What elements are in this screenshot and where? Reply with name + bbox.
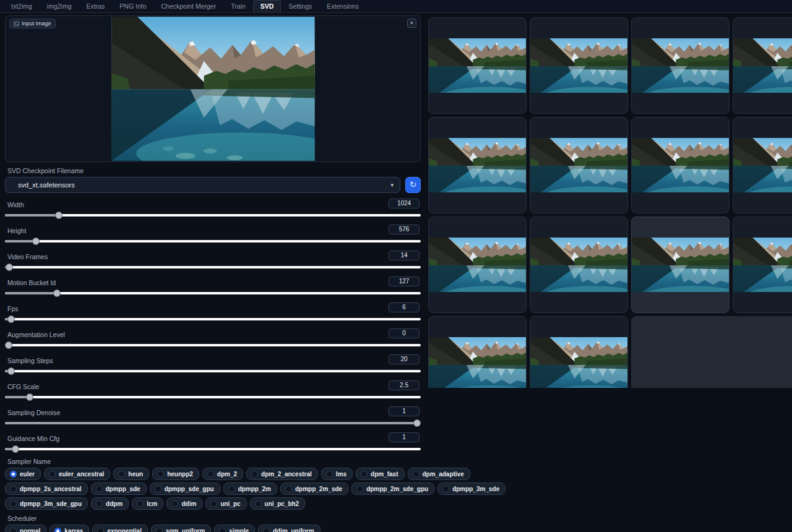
checkpoint-dropdown[interactable]: svd_xt.safetensors ▾	[5, 177, 400, 193]
tab-svd[interactable]: SVD	[253, 0, 282, 12]
slider-handle[interactable]	[6, 264, 13, 271]
slider-track[interactable]	[5, 445, 421, 453]
slider-label: Height	[7, 227, 26, 234]
slider-value-box[interactable]: 0	[389, 328, 420, 338]
slider-value-box[interactable]: 576	[389, 225, 420, 234]
option-heunpp2[interactable]: heunpp2	[152, 468, 199, 480]
slider-label: Fps	[7, 305, 19, 312]
option-karras[interactable]: karras	[50, 525, 89, 532]
gallery-frame-9[interactable]	[428, 217, 527, 313]
slider-handle[interactable]	[5, 341, 12, 349]
gallery-frame-4[interactable]	[733, 17, 792, 114]
option-dpmpp_sde_gpu[interactable]: dpmpp_sde_gpu	[150, 483, 220, 495]
slider-cfg-scale: CFG Scale2.5	[5, 380, 421, 401]
slider-value-box[interactable]: 1024	[389, 199, 420, 208]
refresh-checkpoints-button[interactable]: ↻	[405, 177, 421, 193]
option-dpmpp_sde[interactable]: dpmpp_sde	[91, 483, 147, 495]
option-dpmpp_3m_sde_gpu[interactable]: dpmpp_3m_sde_gpu	[5, 497, 88, 510]
slider-value-box[interactable]: 6	[389, 302, 420, 312]
option-dpmpp_2s_ancestral[interactable]: dpmpp_2s_ancestral	[5, 483, 88, 495]
radio-icon	[96, 486, 103, 492]
slider-handle[interactable]	[12, 445, 19, 453]
tab-png-info[interactable]: PNG Info	[112, 0, 153, 12]
frame-thumbnail	[530, 38, 627, 93]
gallery-frame-2[interactable]	[530, 17, 628, 114]
option-ddpm[interactable]: ddpm	[91, 497, 129, 510]
option-dpmpp_2m[interactable]: dpmpp_2m	[223, 483, 277, 495]
slider-value-box[interactable]: 14	[389, 251, 420, 260]
slider-value-box[interactable]: 20	[389, 354, 420, 364]
option-dpmpp_2m_sde_gpu[interactable]: dpmpp_2m_sde_gpu	[351, 483, 434, 495]
option-label: dpmpp_3m_sde	[452, 486, 499, 492]
option-dpmpp_2m_sde[interactable]: dpmpp_2m_sde	[280, 483, 348, 495]
slider-label: Augmentation Level	[7, 331, 65, 338]
option-sgm_uniform[interactable]: sgm_uniform	[151, 525, 211, 532]
option-ddim[interactable]: ddim	[166, 497, 202, 510]
input-image-panel[interactable]: Input Image ×	[5, 15, 421, 162]
slider-label: Width	[7, 201, 24, 208]
slider-track[interactable]	[5, 419, 421, 427]
tab-train[interactable]: Train	[223, 0, 253, 12]
option-exponential[interactable]: exponential	[92, 525, 148, 532]
option-lms[interactable]: lms	[321, 468, 353, 480]
slider-track[interactable]	[5, 393, 421, 401]
slider-handle[interactable]	[413, 419, 421, 427]
gallery-frame-14[interactable]	[530, 316, 628, 388]
slider-label: Motion Bucket Id	[7, 279, 56, 286]
option-ddim_uniform[interactable]: ddim_uniform	[258, 525, 321, 532]
option-normal[interactable]: normal	[5, 525, 46, 532]
gallery-frame-10[interactable]	[530, 217, 628, 313]
option-heun[interactable]: heun	[113, 468, 149, 480]
option-dpm_2[interactable]: dpm_2	[202, 468, 243, 480]
slider-value-box[interactable]: 127	[389, 277, 420, 286]
radio-icon	[207, 471, 214, 478]
option-euler_ancestral[interactable]: euler_ancestral	[44, 468, 110, 480]
option-dpm_fast[interactable]: dpm_fast	[356, 468, 404, 480]
slider-handle[interactable]	[26, 393, 33, 401]
gallery-frame-11[interactable]	[631, 217, 730, 313]
gallery-frame-6[interactable]	[530, 117, 628, 213]
option-dpm_2_ancestral[interactable]: dpm_2_ancestral	[246, 468, 318, 480]
option-dpmpp_3m_sde[interactable]: dpmpp_3m_sde	[437, 483, 506, 495]
slider-rail	[5, 214, 421, 217]
tab-extras[interactable]: Extras	[79, 0, 113, 12]
tab-txt2img[interactable]: txt2img	[4, 0, 40, 12]
slider-track[interactable]	[5, 264, 421, 271]
gallery-frame-13[interactable]	[428, 316, 527, 388]
gallery-frame-3[interactable]	[631, 17, 730, 114]
tab-extensions[interactable]: Extensions	[319, 0, 366, 12]
clear-image-button[interactable]: ×	[407, 19, 416, 28]
radio-icon	[49, 471, 56, 478]
option-euler[interactable]: euler	[5, 468, 41, 480]
tab-settings[interactable]: Settings	[281, 0, 319, 12]
slider-track[interactable]	[5, 238, 421, 245]
slider-value-box[interactable]: 1	[389, 406, 420, 416]
option-lcm[interactable]: lcm	[132, 497, 163, 510]
tab-img2img[interactable]: img2img	[40, 0, 79, 12]
slider-track[interactable]	[5, 290, 421, 297]
gallery-frame-12[interactable]	[733, 217, 792, 313]
slider-handle[interactable]	[7, 367, 15, 375]
gallery-frame-7[interactable]	[631, 117, 730, 213]
slider-group: Width1024Height576Video Frames14Motion B…	[5, 199, 421, 453]
slider-value-box[interactable]: 1	[389, 432, 420, 442]
frame-thumbnail	[530, 337, 627, 388]
tab-checkpoint-merger[interactable]: Checkpoint Merger	[153, 0, 223, 12]
slider-track[interactable]	[5, 367, 421, 375]
gallery-frame-1[interactable]	[428, 17, 527, 114]
gallery-frame-8[interactable]	[733, 117, 792, 213]
option-simple[interactable]: simple	[214, 525, 255, 532]
slider-handle[interactable]	[55, 212, 62, 219]
slider-value-box[interactable]: 2.5	[389, 380, 420, 390]
slider-handle[interactable]	[7, 315, 15, 323]
slider-track[interactable]	[5, 315, 421, 323]
option-uni_pc_bh2[interactable]: uni_pc_bh2	[250, 497, 306, 510]
gallery-frame-5[interactable]	[428, 117, 527, 213]
slider-handle[interactable]	[32, 238, 40, 245]
slider-track[interactable]	[5, 212, 421, 219]
option-uni_pc[interactable]: uni_pc	[205, 497, 246, 510]
slider-track[interactable]	[5, 341, 421, 349]
slider-handle[interactable]	[53, 290, 61, 297]
option-label: dpm_2	[217, 471, 237, 478]
option-dpm_adaptive[interactable]: dpm_adaptive	[408, 468, 470, 480]
